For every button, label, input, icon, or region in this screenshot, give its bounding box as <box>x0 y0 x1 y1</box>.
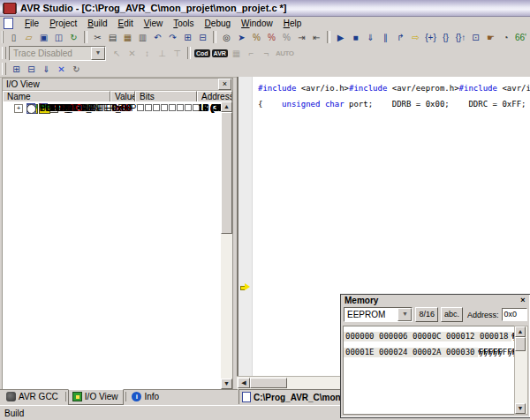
indent-icon[interactable]: ⇥ <box>294 31 309 44</box>
chip-icon[interactable]: ▦ <box>229 47 244 60</box>
menu-view[interactable]: View <box>139 19 169 28</box>
show-next-statement-icon[interactable]: ⇨ <box>408 31 423 44</box>
new-breakpoint-icon[interactable]: ⊡ <box>468 31 483 44</box>
step-out-icon[interactable]: {}↑ <box>453 31 468 44</box>
find-next-icon[interactable]: ➤ <box>234 31 249 44</box>
menu-file[interactable]: File <box>19 19 44 28</box>
menu-help[interactable]: Help <box>278 19 307 28</box>
document-system-icon[interactable] <box>4 18 13 29</box>
menu-tools[interactable]: Tools <box>168 19 199 28</box>
menu-build[interactable]: Build <box>82 19 112 28</box>
wire-1-icon[interactable]: ⌐ <box>244 47 259 60</box>
close-icon[interactable]: × <box>218 79 231 90</box>
step-over-icon[interactable]: {} <box>438 31 453 44</box>
build-download-icon[interactable]: ⇓ <box>39 63 54 76</box>
avr-badge[interactable]: AVR <box>212 49 228 57</box>
new-file-icon[interactable]: ▯ <box>6 31 21 44</box>
bit-clear[interactable] <box>145 104 152 111</box>
bit-clear[interactable] <box>161 104 168 111</box>
bit-clear[interactable] <box>169 104 176 111</box>
address-input[interactable]: 0x0 <box>502 308 527 321</box>
trace-toggle-icon[interactable]: ↕ <box>140 47 155 60</box>
build-icon[interactable]: ⊟ <box>24 63 39 76</box>
close-icon[interactable]: × <box>518 296 528 305</box>
toolbar-grip[interactable] <box>2 31 4 43</box>
trace-combo[interactable]: Trace Disabled ▼ <box>9 46 106 61</box>
toolbar-grip[interactable] <box>2 63 6 75</box>
autostep-icon[interactable]: 66' <box>513 31 528 44</box>
workspace-window-icon[interactable]: ⊞ <box>180 31 195 44</box>
chevron-down-icon[interactable]: ▼ <box>91 47 105 60</box>
tab-io-view[interactable]: I/O View <box>68 389 125 405</box>
bit-clear[interactable] <box>185 104 192 111</box>
ascii-button[interactable]: abc. <box>441 307 463 322</box>
remove-breakpoints-icon[interactable]: % <box>264 31 279 44</box>
chevron-down-icon[interactable]: ▼ <box>398 308 412 321</box>
memory-scrollbar[interactable]: ▲ ▼ <box>514 326 528 415</box>
scrollbar-thumb[interactable] <box>221 112 232 234</box>
memory-row[interactable]: 00000CFF FF FF FF FF FFÿÿÿÿÿÿ <box>411 332 444 341</box>
memory-row[interactable]: 000006FF FF FF FF FF FFÿÿÿÿÿÿ <box>377 332 411 341</box>
outdent-icon[interactable]: ⇤ <box>309 31 324 44</box>
scroll-up-icon[interactable]: ▲ <box>515 326 526 337</box>
reset-icon[interactable]: ⇓ <box>363 31 378 44</box>
code-line[interactable]: #include <avr/interrupt.h>//Po <box>459 84 530 93</box>
open-file-icon[interactable]: ▱ <box>21 31 36 44</box>
menu-debug[interactable]: Debug <box>200 19 236 28</box>
code-line[interactable]: unsigned char port; <box>262 100 373 109</box>
code-line[interactable]: #include <avr/io.h> <box>258 84 349 93</box>
io-view-header[interactable]: I/O View × <box>3 79 232 91</box>
code-badge[interactable]: Cod <box>194 49 210 57</box>
register-bits[interactable] <box>137 104 201 114</box>
toggle-breakpoint-icon[interactable]: % <box>249 31 264 44</box>
scroll-left-icon[interactable]: ◀ <box>238 378 250 388</box>
reload-icon[interactable]: ↻ <box>66 31 81 44</box>
trace-pointer-icon[interactable]: ↖ <box>110 47 125 60</box>
bit-clear[interactable] <box>177 104 184 111</box>
menu-edit[interactable]: Edit <box>113 19 139 28</box>
output-window-icon[interactable]: ⊟ <box>195 31 210 44</box>
cut-icon[interactable]: ✂ <box>90 31 105 44</box>
tab-info[interactable]: iInfo <box>128 390 164 404</box>
add-watch-icon[interactable]: ☛ <box>483 31 498 44</box>
trace-to-top-icon[interactable]: ⊤ <box>170 47 185 60</box>
undo-icon[interactable]: ↶ <box>150 31 165 44</box>
io-tree-scrollbar[interactable]: ▲ ▼ <box>221 101 232 389</box>
run-icon[interactable]: ▶ <box>333 31 348 44</box>
bit-clear[interactable] <box>153 104 160 111</box>
memory-row[interactable]: 000030FF FF FF FF FF FFÿÿÿÿÿÿ <box>444 348 478 356</box>
menu-window[interactable]: Window <box>236 19 278 28</box>
memory-row[interactable]: 00000055 FF FF FF FF FFUÿÿÿÿÿ <box>344 332 377 341</box>
code-line[interactable]: port = PINB;//Li <box>526 100 530 109</box>
expand-icon[interactable]: + <box>14 104 23 113</box>
scrollbar-thumb[interactable] <box>515 337 526 351</box>
scroll-up-icon[interactable]: ▲ <box>221 101 232 112</box>
bit-clear[interactable] <box>137 104 144 111</box>
compile-icon[interactable]: ⊞ <box>9 63 24 76</box>
memory-row[interactable]: 00002AFF FF FF FF FF FFÿÿÿÿÿÿ <box>411 348 444 356</box>
memory-row[interactable]: 000018FF FF FF FF FF FFÿÿÿÿÿÿ <box>478 332 511 341</box>
wire-2-icon[interactable]: ¬ <box>259 47 274 60</box>
width-816-button[interactable]: 8/16 <box>415 307 438 322</box>
run-to-cursor-icon[interactable]: ↱ <box>393 31 408 44</box>
memory-window-header[interactable]: Memory × <box>341 295 530 306</box>
tab-avr-gcc[interactable]: AVR GCC <box>3 390 64 404</box>
break-icon[interactable]: ■ <box>348 31 363 44</box>
code-line[interactable]: #include <avr/eeprom.h>//Po <box>349 84 459 93</box>
pause-icon[interactable]: ∥ <box>378 31 393 44</box>
memory-rows[interactable]: 00000055 FF FF FF FF FFUÿÿÿÿÿ000006FF FF… <box>343 326 516 415</box>
find-icon[interactable]: ◎ <box>219 31 234 44</box>
save-icon[interactable]: ▣ <box>36 31 51 44</box>
rebuild-all-icon[interactable]: ↻ <box>69 63 84 76</box>
print-icon[interactable]: ▥ <box>135 31 150 44</box>
scrollbar-thumb[interactable] <box>250 378 287 388</box>
clean-icon[interactable]: ✕ <box>54 63 69 76</box>
trace-remove-icon[interactable]: ✕ <box>125 47 140 60</box>
code-line[interactable]: DDRC = 0xFF;//Me <box>450 100 526 109</box>
memory-row[interactable]: 000012FF FF FF FF FF FFÿÿÿÿÿÿ <box>444 332 478 341</box>
save-all-icon[interactable]: ◫ <box>51 31 66 44</box>
code-line[interactable]: DDRB = 0x00;//Me <box>373 100 450 109</box>
toolbar-grip[interactable] <box>2 47 6 59</box>
memory-row[interactable]: 00001EFF FF FF FF FF FFÿÿÿÿÿÿ <box>344 348 377 356</box>
title-bar[interactable]: AVR Studio - [C:\Prog_AVR_C\mon_projet\m… <box>0 0 530 17</box>
